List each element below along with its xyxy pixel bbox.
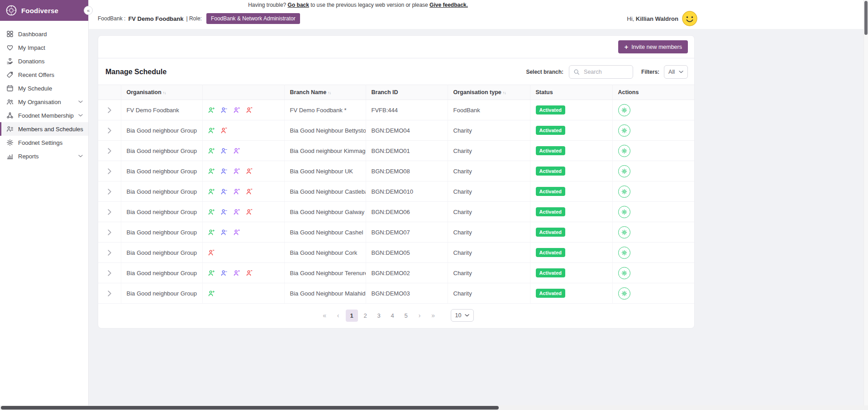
- branches-table: Organisation↑↓Branch Name↑↓Branch IDOrga…: [98, 85, 694, 304]
- invite-new-members-button[interactable]: + Invite new members: [618, 40, 688, 53]
- member-icons-cell: +−*": [202, 161, 284, 181]
- sidebar-item-dashboard[interactable]: Dashboard: [0, 27, 88, 41]
- pagination-prev-button[interactable]: ‹: [332, 310, 344, 322]
- row-settings-button[interactable]: [618, 124, 630, 137]
- offers-icon: [6, 71, 14, 78]
- horizontal-scrollbar[interactable]: [0, 405, 868, 410]
- branch-name-header[interactable]: Branch Name↑↓: [284, 85, 366, 100]
- expand-row-button[interactable]: [106, 248, 113, 257]
- sidebar-collapse-button[interactable]: «: [84, 6, 93, 15]
- sidebar-item-label: Foodnet Membership: [18, 112, 74, 119]
- sidebar-item-members-and-schedules[interactable]: Members and Schedules: [0, 122, 88, 136]
- row-settings-button[interactable]: [618, 145, 630, 157]
- foodiverse-logo-icon: [5, 5, 17, 16]
- status-badge: Activated: [536, 228, 566, 237]
- pagination-page-5[interactable]: 5: [400, 310, 412, 322]
- branch-name-cell: FV Demo Foodbank *: [284, 100, 366, 120]
- organisation-header[interactable]: Organisation↑↓: [121, 85, 202, 100]
- table-row: Bia Good neighbour Group+−*Bia Good Neig…: [98, 222, 694, 243]
- branch-id-cell: BGN:DEMO06: [366, 202, 448, 222]
- svg-text:*: *: [238, 168, 240, 172]
- table-row: Bia Good neighbour Group+−*"Bia Good Nei…: [98, 181, 694, 202]
- chevron-down-icon: [78, 100, 83, 103]
- row-settings-button[interactable]: [618, 226, 630, 238]
- sidebar-item-label: Donations: [18, 58, 45, 65]
- organisation-cell: Bia Good neighbour Group: [121, 141, 202, 161]
- sidebar-item-foodnet-membership[interactable]: Foodnet Membership: [0, 109, 88, 122]
- row-settings-button[interactable]: [618, 186, 630, 198]
- chevron-down-icon: [679, 71, 683, 73]
- app-window: Foodiverse « DashboardMy ImpactDonations…: [0, 0, 868, 410]
- go-back-link[interactable]: Go back: [288, 2, 309, 8]
- vertical-scrollbar[interactable]: [863, 0, 868, 405]
- expand-row-button[interactable]: [106, 167, 113, 176]
- svg-text:*: *: [238, 209, 240, 213]
- vertical-scrollbar-thumb[interactable]: [864, 1, 868, 35]
- sidebar-item-foodnet-settings[interactable]: Foodnet Settings: [0, 136, 88, 149]
- user-quote-icon: ": [246, 107, 253, 114]
- organisation-cell: Bia Good neighbour Group: [121, 263, 202, 283]
- pagination-page-2[interactable]: 2: [359, 310, 372, 322]
- user-quote-icon: ": [246, 209, 253, 215]
- branch-search-input[interactable]: [583, 68, 629, 76]
- status-badge: Activated: [536, 289, 566, 298]
- sort-icon[interactable]: ↑↓: [503, 91, 506, 95]
- user-quote-icon: ": [246, 188, 253, 195]
- pagination-last-button[interactable]: »: [427, 310, 439, 322]
- pagination-page-4[interactable]: 4: [386, 310, 399, 322]
- pagination-next-button[interactable]: ›: [414, 310, 426, 322]
- svg-text:+: +: [212, 188, 215, 192]
- user-avatar[interactable]: [682, 11, 697, 26]
- user-plus-icon: +: [208, 107, 215, 114]
- expand-row-button[interactable]: [106, 208, 113, 216]
- status-badge: Activated: [536, 248, 566, 257]
- sort-icon[interactable]: ↑↓: [163, 91, 166, 95]
- sidebar-item-recent-offers[interactable]: Recent Offers: [0, 68, 88, 81]
- filters-dropdown[interactable]: All: [664, 65, 688, 79]
- expand-row-button[interactable]: [106, 187, 113, 196]
- organisation-type-cell: Charity: [448, 222, 530, 243]
- row-settings-button[interactable]: [618, 287, 630, 300]
- organisation-type-header[interactable]: Organisation type↑↓: [448, 85, 530, 100]
- page-size-select[interactable]: 10: [451, 309, 474, 322]
- sidebar-item-reports[interactable]: Reports: [0, 149, 88, 163]
- row-settings-button[interactable]: [618, 206, 630, 218]
- expand-row-button[interactable]: [106, 269, 113, 277]
- sidebar-item-label: Foodnet Settings: [18, 139, 62, 146]
- row-settings-button[interactable]: [618, 247, 630, 259]
- give-feedback-link[interactable]: Give feedback.: [429, 2, 468, 8]
- status-badge: Activated: [536, 167, 566, 176]
- expand-row-button[interactable]: [106, 147, 113, 155]
- row-settings-button[interactable]: [618, 104, 630, 116]
- row-settings-button[interactable]: [618, 267, 630, 279]
- svg-text:−: −: [225, 188, 227, 192]
- pagination-page-3[interactable]: 3: [373, 310, 385, 322]
- horizontal-scrollbar-thumb[interactable]: [1, 406, 499, 410]
- expand-row-button[interactable]: [106, 228, 113, 237]
- expand-row-button[interactable]: [106, 106, 113, 114]
- user-asterisk-icon: *: [234, 229, 240, 236]
- branch-search[interactable]: [569, 65, 633, 79]
- sidebar-item-my-schedule[interactable]: My Schedule: [0, 81, 88, 95]
- user-asterisk-icon: *: [234, 148, 240, 154]
- expand-row-button[interactable]: [106, 126, 113, 135]
- sidebar-item-my-impact[interactable]: My Impact: [0, 41, 88, 54]
- expand-row-button[interactable]: [106, 289, 113, 298]
- user-plus-icon: +: [208, 290, 215, 297]
- plus-icon: +: [624, 43, 628, 50]
- branch-name-cell: Bia Good Neighbour Terenure: [284, 263, 366, 283]
- pagination-page-1[interactable]: 1: [346, 310, 358, 322]
- organisation-cell: Bia Good neighbour Group: [121, 181, 202, 202]
- member-icons-cell: +−*": [202, 181, 284, 202]
- svg-text:+: +: [212, 127, 215, 131]
- svg-text:*: *: [238, 107, 240, 111]
- organisation-cell: Bia Good neighbour Group: [121, 222, 202, 243]
- pagination-first-button[interactable]: «: [319, 310, 331, 322]
- organisation-cell: Bia Good neighbour Group: [121, 243, 202, 263]
- sidebar-item-my-organisation[interactable]: My Organisation: [0, 95, 88, 109]
- sidebar-item-donations[interactable]: Donations: [0, 54, 88, 68]
- row-settings-button[interactable]: [618, 165, 630, 177]
- sort-icon[interactable]: ↑↓: [328, 91, 331, 95]
- user-plus-icon: +: [208, 168, 215, 175]
- select-branch-label: Select branch:: [526, 69, 563, 75]
